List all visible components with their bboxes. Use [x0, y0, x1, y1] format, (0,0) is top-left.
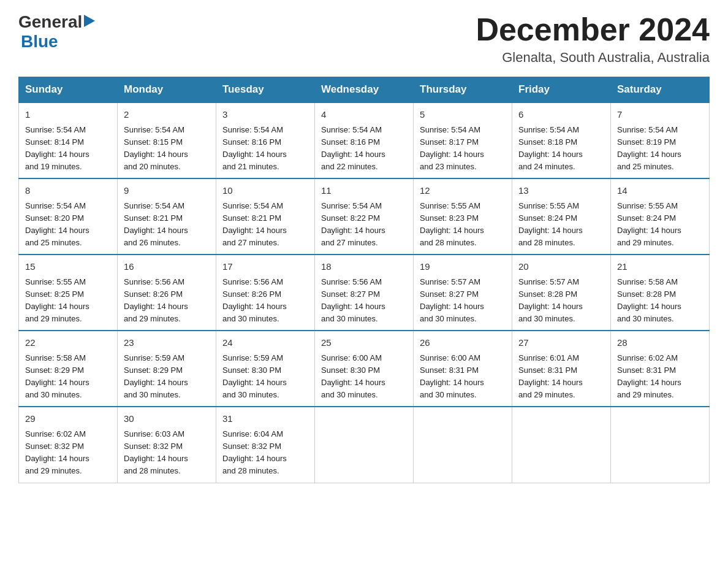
- calendar-day-cell: [512, 407, 611, 483]
- day-number: 14: [617, 184, 703, 198]
- day-number: 28: [617, 336, 703, 350]
- day-number: 12: [420, 184, 506, 198]
- day-number: 29: [25, 412, 111, 426]
- title-area: December 2024 Glenalta, South Australia,…: [476, 12, 710, 66]
- calendar-day-cell: 4Sunrise: 5:54 AMSunset: 8:16 PMDaylight…: [315, 102, 414, 178]
- calendar-day-cell: [315, 407, 414, 483]
- calendar-day-cell: 24Sunrise: 5:59 AMSunset: 8:30 PMDayligh…: [216, 331, 315, 407]
- day-info: Sunrise: 5:57 AMSunset: 8:27 PMDaylight:…: [420, 276, 506, 326]
- day-info: Sunrise: 5:54 AMSunset: 8:15 PMDaylight:…: [124, 124, 210, 174]
- day-number: 2: [124, 108, 210, 122]
- calendar-day-cell: 20Sunrise: 5:57 AMSunset: 8:28 PMDayligh…: [512, 255, 611, 331]
- calendar-day-cell: [414, 407, 512, 483]
- day-number: 24: [222, 336, 308, 350]
- day-info: Sunrise: 5:54 AMSunset: 8:16 PMDaylight:…: [222, 124, 308, 174]
- calendar-day-cell: 12Sunrise: 5:55 AMSunset: 8:23 PMDayligh…: [414, 178, 512, 255]
- day-info: Sunrise: 6:01 AMSunset: 8:31 PMDaylight:…: [518, 352, 604, 402]
- day-info: Sunrise: 5:54 AMSunset: 8:21 PMDaylight:…: [124, 200, 210, 250]
- day-info: Sunrise: 5:54 AMSunset: 8:14 PMDaylight:…: [25, 124, 111, 174]
- calendar-day-cell: 8Sunrise: 5:54 AMSunset: 8:20 PMDaylight…: [19, 178, 118, 255]
- calendar-day-cell: 6Sunrise: 5:54 AMSunset: 8:18 PMDaylight…: [512, 102, 611, 178]
- calendar-day-cell: 21Sunrise: 5:58 AMSunset: 8:28 PMDayligh…: [611, 255, 710, 331]
- calendar-subtitle: Glenalta, South Australia, Australia: [476, 50, 710, 66]
- day-number: 30: [124, 412, 210, 426]
- logo-blue-text: Blue: [21, 32, 58, 51]
- calendar-week-row: 15Sunrise: 5:55 AMSunset: 8:25 PMDayligh…: [19, 255, 710, 331]
- day-number: 23: [124, 336, 210, 350]
- day-info: Sunrise: 5:55 AMSunset: 8:24 PMDaylight:…: [518, 200, 604, 250]
- calendar-day-cell: 27Sunrise: 6:01 AMSunset: 8:31 PMDayligh…: [512, 331, 611, 407]
- logo-general-text: General: [18, 12, 82, 32]
- day-number: 1: [25, 108, 111, 122]
- day-info: Sunrise: 6:04 AMSunset: 8:32 PMDaylight:…: [222, 428, 308, 478]
- calendar-day-cell: 17Sunrise: 5:56 AMSunset: 8:26 PMDayligh…: [216, 255, 315, 331]
- day-info: Sunrise: 5:58 AMSunset: 8:29 PMDaylight:…: [25, 352, 111, 402]
- day-info: Sunrise: 5:58 AMSunset: 8:28 PMDaylight:…: [617, 276, 703, 326]
- calendar-day-cell: 16Sunrise: 5:56 AMSunset: 8:26 PMDayligh…: [118, 255, 216, 331]
- calendar-day-cell: 7Sunrise: 5:54 AMSunset: 8:19 PMDaylight…: [611, 102, 710, 178]
- calendar-day-cell: 3Sunrise: 5:54 AMSunset: 8:16 PMDaylight…: [216, 102, 315, 178]
- day-info: Sunrise: 6:02 AMSunset: 8:32 PMDaylight:…: [25, 428, 111, 478]
- day-number: 16: [124, 260, 210, 274]
- day-number: 7: [617, 108, 703, 122]
- day-info: Sunrise: 5:56 AMSunset: 8:26 PMDaylight:…: [124, 276, 210, 326]
- calendar-day-header: Thursday: [414, 77, 512, 103]
- day-number: 25: [321, 336, 407, 350]
- logo-triangle-icon: [84, 15, 95, 29]
- calendar-day-cell: 23Sunrise: 5:59 AMSunset: 8:29 PMDayligh…: [118, 331, 216, 407]
- calendar-day-header: Wednesday: [315, 77, 414, 103]
- calendar-day-cell: 9Sunrise: 5:54 AMSunset: 8:21 PMDaylight…: [118, 178, 216, 255]
- calendar-day-cell: 15Sunrise: 5:55 AMSunset: 8:25 PMDayligh…: [19, 255, 118, 331]
- day-number: 26: [420, 336, 506, 350]
- day-number: 31: [222, 412, 308, 426]
- day-info: Sunrise: 5:56 AMSunset: 8:26 PMDaylight:…: [222, 276, 308, 326]
- day-info: Sunrise: 5:54 AMSunset: 8:20 PMDaylight:…: [25, 200, 111, 250]
- calendar-day-cell: 14Sunrise: 5:55 AMSunset: 8:24 PMDayligh…: [611, 178, 710, 255]
- day-info: Sunrise: 5:54 AMSunset: 8:22 PMDaylight:…: [321, 200, 407, 250]
- calendar-day-cell: 11Sunrise: 5:54 AMSunset: 8:22 PMDayligh…: [315, 178, 414, 255]
- day-number: 8: [25, 184, 111, 198]
- logo-area: General Blue: [18, 12, 95, 52]
- day-info: Sunrise: 5:55 AMSunset: 8:24 PMDaylight:…: [617, 200, 703, 250]
- calendar-week-row: 29Sunrise: 6:02 AMSunset: 8:32 PMDayligh…: [19, 407, 710, 483]
- calendar-table: SundayMondayTuesdayWednesdayThursdayFrid…: [18, 77, 710, 483]
- calendar-day-cell: 26Sunrise: 6:00 AMSunset: 8:31 PMDayligh…: [414, 331, 512, 407]
- day-info: Sunrise: 6:00 AMSunset: 8:31 PMDaylight:…: [420, 352, 506, 402]
- day-number: 18: [321, 260, 407, 274]
- page-header: General Blue December 2024 Glenalta, Sou…: [18, 12, 710, 66]
- calendar-week-row: 8Sunrise: 5:54 AMSunset: 8:20 PMDaylight…: [19, 178, 710, 255]
- day-number: 6: [518, 108, 604, 122]
- calendar-day-cell: 13Sunrise: 5:55 AMSunset: 8:24 PMDayligh…: [512, 178, 611, 255]
- day-info: Sunrise: 5:54 AMSunset: 8:19 PMDaylight:…: [617, 124, 703, 174]
- day-number: 13: [518, 184, 604, 198]
- calendar-day-cell: 28Sunrise: 6:02 AMSunset: 8:31 PMDayligh…: [611, 331, 710, 407]
- calendar-day-cell: 30Sunrise: 6:03 AMSunset: 8:32 PMDayligh…: [118, 407, 216, 483]
- calendar-day-header: Sunday: [19, 77, 118, 103]
- day-info: Sunrise: 5:55 AMSunset: 8:23 PMDaylight:…: [420, 200, 506, 250]
- calendar-day-cell: 25Sunrise: 6:00 AMSunset: 8:30 PMDayligh…: [315, 331, 414, 407]
- svg-marker-0: [84, 15, 95, 27]
- day-info: Sunrise: 5:54 AMSunset: 8:18 PMDaylight:…: [518, 124, 604, 174]
- calendar-day-cell: 10Sunrise: 5:54 AMSunset: 8:21 PMDayligh…: [216, 178, 315, 255]
- calendar-day-cell: 2Sunrise: 5:54 AMSunset: 8:15 PMDaylight…: [118, 102, 216, 178]
- day-number: 5: [420, 108, 506, 122]
- calendar-title: December 2024: [476, 12, 710, 47]
- day-number: 20: [518, 260, 604, 274]
- day-info: Sunrise: 5:57 AMSunset: 8:28 PMDaylight:…: [518, 276, 604, 326]
- day-info: Sunrise: 6:02 AMSunset: 8:31 PMDaylight:…: [617, 352, 703, 402]
- calendar-day-cell: 18Sunrise: 5:56 AMSunset: 8:27 PMDayligh…: [315, 255, 414, 331]
- day-number: 19: [420, 260, 506, 274]
- calendar-day-header: Tuesday: [216, 77, 315, 103]
- day-info: Sunrise: 5:54 AMSunset: 8:21 PMDaylight:…: [222, 200, 308, 250]
- calendar-day-cell: 31Sunrise: 6:04 AMSunset: 8:32 PMDayligh…: [216, 407, 315, 483]
- day-info: Sunrise: 5:59 AMSunset: 8:30 PMDaylight:…: [222, 352, 308, 402]
- day-info: Sunrise: 5:55 AMSunset: 8:25 PMDaylight:…: [25, 276, 111, 326]
- calendar-week-row: 1Sunrise: 5:54 AMSunset: 8:14 PMDaylight…: [19, 102, 710, 178]
- calendar-day-cell: 29Sunrise: 6:02 AMSunset: 8:32 PMDayligh…: [19, 407, 118, 483]
- day-info: Sunrise: 5:56 AMSunset: 8:27 PMDaylight:…: [321, 276, 407, 326]
- calendar-week-row: 22Sunrise: 5:58 AMSunset: 8:29 PMDayligh…: [19, 331, 710, 407]
- day-number: 10: [222, 184, 308, 198]
- calendar-day-cell: 19Sunrise: 5:57 AMSunset: 8:27 PMDayligh…: [414, 255, 512, 331]
- day-number: 17: [222, 260, 308, 274]
- day-number: 3: [222, 108, 308, 122]
